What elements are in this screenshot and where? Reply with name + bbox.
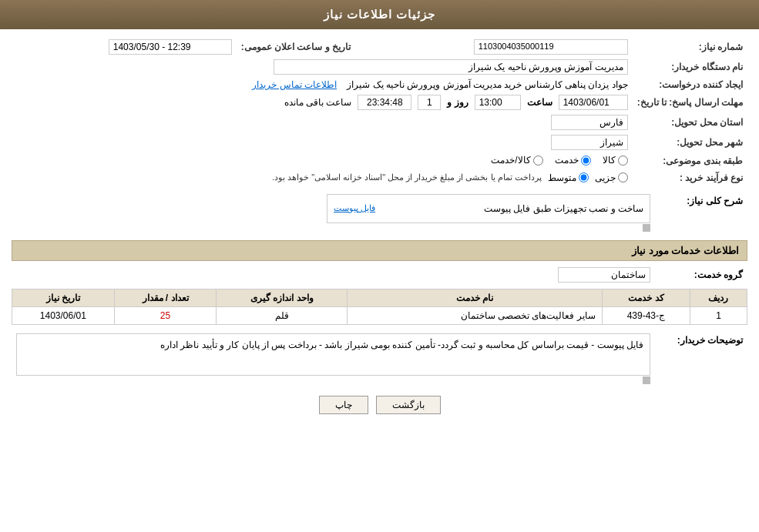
radio-motavasset-label: متوسط — [548, 172, 576, 183]
mohlat-row: 1403/06/01 ساعت 13:00 روز و 1 23:34:48 س… — [16, 95, 628, 110]
col-radif: ردیف — [690, 289, 747, 306]
sharh-section: شرح کلی نیاز: ساخت و نصب تجهیزات طبق فای… — [12, 192, 747, 234]
tarikh-label: تاریخ و ساعت اعلان عمومی: — [237, 37, 355, 57]
sharh-label: شرح کلی نیاز: — [655, 192, 747, 234]
sharh-box: ساخت و نصب تجهیزات طبق فایل پیوست فایل پ… — [327, 194, 650, 223]
nam-dastgah-label: نام دستگاه خریدار: — [633, 57, 747, 77]
main-content: شماره نیاز: 1103004035000119 تاریخ و ساع… — [0, 29, 759, 431]
col-nam: نام خدمت — [348, 289, 603, 306]
desc-resize-handle — [643, 376, 650, 384]
page-header: جزئیات اطلاعات نیاز — [0, 0, 759, 29]
saat-label: ساعت — [527, 97, 552, 108]
grohe-table: گروه خدمت: ساختمان — [12, 265, 747, 285]
col-kod: کد خدمت — [602, 289, 690, 306]
khadamat-section-header: اطلاعات خدمات مورد نیاز — [12, 240, 747, 261]
mohlat-date: 1403/06/01 — [559, 95, 628, 110]
radio-jozi-input[interactable] — [618, 172, 628, 182]
mohlat-roz-value: 1 — [418, 95, 441, 110]
tarikh-value: 1403/05/30 - 12:39 — [109, 39, 232, 55]
noefarayand-text: پرداخت تمام یا بخشی از مبلغ خریدار از مح… — [272, 172, 542, 182]
table-row: 1 ج-43-439 سایر فعالیت‌های تخصصی ساختمان… — [12, 306, 747, 324]
description-box: فایل پیوست - قیمت براساس کل محاسبه و ثبت… — [16, 333, 650, 376]
cell-nam: سایر فعالیت‌های تخصصی ساختمان — [348, 306, 603, 324]
col-tedad: تعداد / مقدار — [114, 289, 217, 306]
radio-khedmat-input[interactable] — [581, 156, 591, 166]
radio-kala-khedmat-input[interactable] — [533, 156, 543, 166]
radio-kala-khedmat[interactable]: کالا/خدمت — [491, 155, 542, 166]
radio-motavasset[interactable]: متوسط — [548, 172, 589, 183]
page-container: جزئیات اطلاعات نیاز شماره نیاز: 11030040… — [0, 0, 759, 532]
radio-jozi[interactable]: جزیی — [595, 172, 628, 183]
noefarayand-row: جزیی متوسط پرداخت تمام یا بخشی از مبلغ خ… — [16, 172, 628, 183]
cell-kod: ج-43-439 — [602, 306, 690, 324]
grohe-value: ساختمان — [558, 267, 650, 283]
tabaqe-radio-group: کالا خدمت کالا/خدمت — [491, 155, 627, 166]
radio-khedmat-label: خدمت — [555, 155, 579, 166]
cell-radif: 1 — [690, 306, 747, 324]
description-label: توضیحات خریدار: — [655, 331, 747, 386]
col-vahed: واحد اندازه گیری — [217, 289, 348, 306]
info-table-top: شماره نیاز: 1103004035000119 تاریخ و ساع… — [12, 37, 747, 186]
radio-kala-input[interactable] — [618, 156, 628, 166]
radio-kala[interactable]: کالا — [603, 155, 628, 166]
roz-label: روز و — [447, 97, 468, 108]
cell-tedad: 25 — [114, 306, 217, 324]
mohlat-mande-label: ساعت باقی مانده — [284, 97, 352, 108]
print-button[interactable]: چاپ — [319, 396, 368, 414]
mohlat-mande-value: 23:34:48 — [358, 95, 411, 110]
services-table: ردیف کد خدمت نام خدمت واحد اندازه گیری ت… — [12, 289, 747, 325]
nam-dastgah-value: مدیریت آموزش وپرورش ناحیه یک شیراز — [274, 59, 628, 75]
tabaqe-label: طبقه بندی موضوعی: — [633, 152, 747, 170]
sharh-text: ساخت و نصب تجهیزات طبق فایل پیوست — [484, 203, 643, 214]
shahr-value: شیراز — [551, 135, 628, 150]
button-row: بازگشت چاپ — [12, 396, 747, 414]
etelaat-link[interactable]: اطلاعات تماس خریدار — [252, 79, 337, 90]
grohe-label: گروه خدمت: — [655, 265, 747, 285]
mohlat-saat-value: 13:00 — [475, 95, 521, 110]
back-button[interactable]: بازگشت — [376, 396, 441, 414]
noefarayand-label: نوع فرآیند خرید : — [633, 170, 747, 186]
radio-khedmat[interactable]: خدمت — [555, 155, 591, 166]
services-table-body: 1 ج-43-439 سایر فعالیت‌های تخصصی ساختمان… — [12, 306, 747, 324]
services-table-head: ردیف کد خدمت نام خدمت واحد اندازه گیری ت… — [12, 289, 747, 306]
col-tarikh: تاریخ نیاز — [12, 289, 115, 306]
radio-motavasset-input[interactable] — [579, 172, 589, 182]
cell-tarikh: 1403/06/01 — [12, 306, 115, 324]
radio-jozi-label: جزیی — [595, 172, 616, 183]
resize-handle — [643, 224, 650, 232]
header-title: جزئیات اطلاعات نیاز — [324, 8, 435, 21]
cell-vahed: قلم — [217, 306, 348, 324]
description-table: توضیحات خریدار: فایل پیوست - قیمت براساس… — [12, 331, 747, 386]
mohlat-label: مهلت ارسال پاسخ: تا تاریخ: — [633, 92, 747, 112]
eijad-konande-label: ایجاد کننده درخواست: — [633, 77, 747, 92]
sharh-link[interactable]: فایل پیوست — [334, 203, 375, 213]
shomare-niaz-value: 1103004035000119 — [474, 39, 628, 55]
shahr-label: شهر محل تحویل: — [633, 132, 747, 152]
radio-kala-khedmat-label: کالا/خدمت — [491, 155, 530, 166]
ostan-label: استان محل تحویل: — [633, 112, 747, 132]
eijad-konande-value: جواد یزدان پناهی کارشناس خرید مدیریت آمو… — [347, 79, 627, 90]
radio-kala-label: کالا — [603, 155, 616, 166]
sharh-table: شرح کلی نیاز: ساخت و نصب تجهیزات طبق فای… — [12, 192, 747, 234]
ostan-value: فارس — [551, 115, 628, 130]
description-text: فایل پیوست - قیمت براساس کل محاسبه و ثبت… — [160, 340, 643, 350]
shomare-niaz-label: شماره نیاز: — [633, 37, 747, 57]
